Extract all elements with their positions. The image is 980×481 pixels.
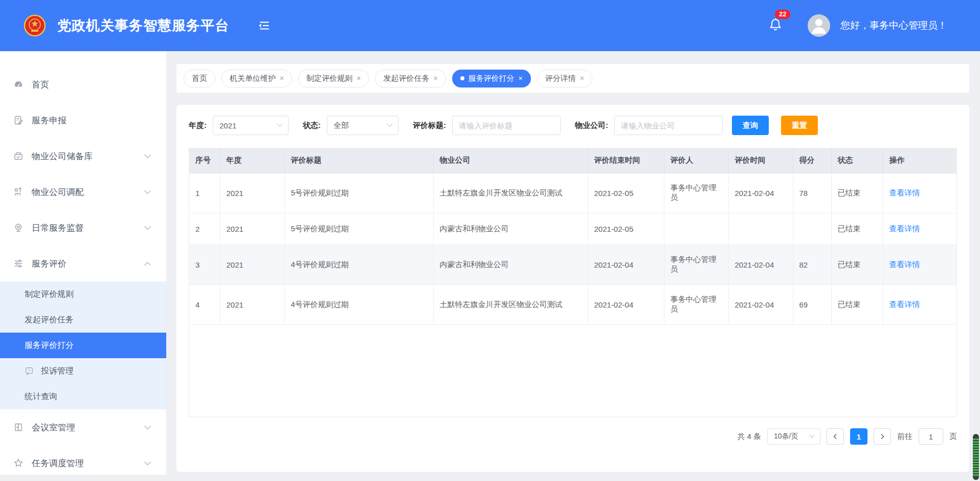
header-right-group: 22 您好，事务中心管理员！ (768, 14, 947, 37)
year-filter-label: 年度: (189, 121, 207, 130)
content-card: 年度: 2021 状态: 全部 评价标题: 物业公司: 查询 重置 (176, 105, 969, 472)
property-company-input[interactable] (614, 116, 723, 135)
star-icon (13, 458, 24, 468)
app-window: 党政机关事务智慧服务平台 22 (0, 0, 980, 481)
monitor-icon (13, 223, 24, 233)
col-header-eval-time: 评价时间 (728, 148, 793, 173)
sidebar-subitem-make-rules[interactable]: 制定评价规则 (0, 281, 166, 307)
tab-org-unit-maintenance[interactable]: 机关单位维护 × (221, 70, 292, 88)
horizontal-scrollbar-track[interactable] (0, 475, 980, 481)
view-detail-link[interactable]: 查看详情 (889, 300, 920, 309)
goto-page-input[interactable] (919, 428, 943, 445)
close-icon[interactable]: × (357, 75, 361, 82)
sidebar-item-daily-supervision[interactable]: 日常服务监督 (0, 210, 166, 246)
search-button[interactable]: 查询 (732, 116, 769, 135)
cell-title: 5号评价规则过期 (284, 173, 433, 213)
sidebar-collapse-icon[interactable] (258, 19, 271, 32)
allocate-icon (13, 187, 24, 197)
tab-make-rules[interactable]: 制定评价规则 × (298, 70, 369, 88)
year-select-value: 2021 (219, 121, 236, 130)
sidebar-subitem-label: 投诉管理 (41, 366, 74, 377)
chevron-down-icon (144, 458, 151, 465)
chevron-up-icon (144, 261, 151, 268)
tab-score-detail[interactable]: 评分详情 × (537, 70, 592, 88)
tab-launch-task[interactable]: 发起评价任务 × (375, 70, 446, 88)
tab-bar: 首页 机关单位维护 × 制定评价规则 × 发起评价任务 × 服务评价打分 × 评… (176, 64, 969, 93)
close-icon[interactable]: × (433, 75, 437, 82)
sidebar-item-property-allocate[interactable]: 物业公司调配 (0, 174, 166, 210)
status-select[interactable]: 全部 (327, 116, 398, 135)
evaluation-title-input[interactable] (452, 116, 561, 135)
evaluation-table: 序号 年度 评价标题 物业公司 评价结束时间 评价人 评价时间 得分 状态 操作 (189, 148, 957, 417)
close-icon[interactable]: × (519, 75, 523, 82)
status-filter-label: 状态: (303, 121, 321, 130)
tab-home[interactable]: 首页 (184, 70, 215, 88)
chevron-down-icon (809, 432, 814, 438)
year-select[interactable]: 2021 (213, 116, 288, 135)
cell-score (793, 213, 831, 245)
sliders-icon (13, 258, 24, 269)
close-icon[interactable]: × (580, 75, 584, 82)
cell-company: 内蒙古和利物业公司 (433, 245, 588, 285)
cell-end-time: 2021-02-04 (588, 245, 664, 285)
sidebar-subitem-launch-task[interactable]: 发起评价任务 (0, 307, 166, 333)
pagination: 共 4 条 10条/页 1 前往 页 (737, 428, 957, 445)
tab-label: 服务评价打分 (469, 74, 515, 83)
col-header-year: 年度 (220, 148, 284, 173)
sidebar-item-label: 会议室管理 (32, 422, 75, 433)
sidebar-item-label: 任务调度管理 (32, 457, 84, 469)
reset-button[interactable]: 重置 (781, 116, 818, 135)
total-count-label: 共 4 条 (737, 432, 761, 442)
view-detail-link[interactable]: 查看详情 (889, 224, 920, 233)
tab-label: 评分详情 (545, 74, 576, 83)
chevron-down-icon (144, 423, 151, 429)
sidebar-item-property-reserve[interactable]: 物业公司储备库 (0, 138, 166, 174)
cell-evaluator (664, 213, 728, 245)
tab-evaluation-scoring[interactable]: 服务评价打分 × (452, 70, 531, 88)
sidebar-subitem-label: 服务评价打分 (25, 340, 74, 351)
cell-status: 已结束 (831, 173, 883, 213)
notification-badge: 22 (775, 10, 790, 19)
cell-end-time: 2021-02-05 (588, 173, 664, 213)
sidebar-item-service-declare[interactable]: 服务申报 (0, 102, 166, 138)
chevron-down-icon (144, 187, 151, 194)
tab-label: 制定评价规则 (306, 74, 352, 83)
page-title: 党政机关事务智慧服务平台 (57, 16, 229, 35)
sidebar-subitem-statistics-query[interactable]: 统计查询 (0, 384, 166, 409)
cell-company: 土默特左旗金川开发区物业公司测试 (433, 173, 588, 213)
notification-bell[interactable]: 22 (768, 17, 783, 34)
prev-page-button[interactable] (827, 428, 844, 445)
tab-label: 机关单位维护 (230, 74, 276, 83)
view-detail-link[interactable]: 查看详情 (889, 260, 920, 269)
col-header-company: 物业公司 (433, 148, 588, 173)
tab-label: 首页 (192, 74, 207, 83)
page-size-value: 10条/页 (774, 432, 798, 441)
cell-score: 82 (793, 245, 831, 285)
vertical-scrollbar-thumb[interactable] (973, 434, 979, 480)
table-row: 2 2021 5号评价规则过期 内蒙古和利物业公司 2021-02-05 已结束… (189, 213, 957, 245)
sidebar-subitem-label: 制定评价规则 (25, 289, 74, 300)
service-evaluation-submenu: 制定评价规则 发起评价任务 服务评价打分 ? 投诉管理 统计查询 (0, 281, 166, 409)
cell-title: 5号评价规则过期 (284, 213, 433, 245)
col-header-score: 得分 (793, 148, 831, 173)
sidebar-item-label: 物业公司储备库 (32, 150, 93, 162)
sidebar-item-service-evaluation[interactable]: 服务评价 (0, 246, 166, 281)
cell-status: 已结束 (831, 285, 883, 324)
sidebar-item-label: 服务申报 (32, 115, 66, 126)
user-avatar[interactable] (808, 14, 830, 37)
sidebar-item-meeting-room[interactable]: 会议室管理 (0, 409, 166, 445)
col-header-status: 状态 (831, 148, 883, 173)
close-icon[interactable]: × (280, 75, 284, 82)
archive-icon (13, 151, 24, 161)
cell-year: 2021 (220, 213, 284, 245)
view-detail-link[interactable]: 查看详情 (889, 188, 920, 197)
sidebar-item-home[interactable]: 首页 (0, 67, 166, 102)
cell-status: 已结束 (831, 213, 883, 245)
page-size-select[interactable]: 10条/页 (767, 428, 820, 445)
next-page-button[interactable] (874, 428, 891, 445)
cell-year: 2021 (220, 285, 284, 324)
sidebar-subitem-evaluation-scoring[interactable]: 服务评价打分 (0, 333, 166, 358)
page-number-button[interactable]: 1 (850, 428, 867, 445)
sidebar-subitem-complaint-management[interactable]: ? 投诉管理 (0, 358, 166, 384)
cell-eval-time: 2021-02-04 (728, 173, 793, 213)
